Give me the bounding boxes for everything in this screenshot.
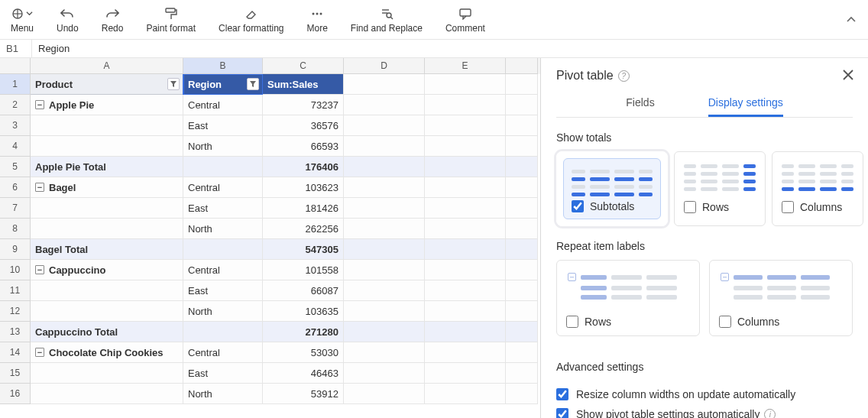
cell[interactable]: 103635 [263, 301, 344, 322]
cell[interactable]: North [183, 136, 263, 157]
cell[interactable]: 73237 [263, 95, 344, 115]
cell[interactable] [506, 363, 538, 384]
row-header[interactable]: 13 [0, 322, 31, 342]
cell[interactable] [506, 280, 538, 301]
cell[interactable] [183, 322, 263, 342]
totals-option-rows[interactable]: Rows [674, 151, 766, 226]
col-header-a[interactable]: A [31, 58, 183, 74]
cell[interactable] [31, 198, 183, 219]
cell[interactable] [344, 219, 425, 239]
row-header[interactable]: 10 [0, 260, 31, 280]
more-button[interactable]: More [306, 6, 327, 34]
cell[interactable] [425, 280, 506, 301]
cell[interactable]: −Chocolate Chip Cookies [31, 342, 183, 363]
cell[interactable]: 46463 [263, 363, 344, 384]
col-header-f[interactable] [506, 58, 538, 74]
grid-body[interactable]: 1 Product Region Sum:Sales 2 −Apple Pie … [0, 74, 540, 418]
cell[interactable] [31, 115, 183, 136]
info-icon[interactable]: ? [618, 70, 630, 82]
cell[interactable]: 53030 [263, 342, 344, 363]
cell[interactable] [506, 157, 538, 177]
cell[interactable] [344, 95, 425, 115]
cell[interactable] [506, 198, 538, 219]
row-header[interactable]: 16 [0, 384, 31, 404]
cell[interactable] [425, 95, 506, 115]
row-header[interactable]: 9 [0, 239, 31, 260]
cell[interactable] [344, 198, 425, 219]
tab-fields[interactable]: Fields [626, 90, 654, 117]
cell[interactable]: Product [31, 74, 183, 95]
row-header[interactable]: 14 [0, 342, 31, 363]
cell[interactable] [344, 301, 425, 322]
cell[interactable] [425, 342, 506, 363]
cell[interactable] [506, 219, 538, 239]
cell[interactable]: Sum:Sales [263, 74, 344, 95]
repeat-columns-checkbox[interactable] [719, 316, 731, 328]
cell[interactable] [425, 301, 506, 322]
totals-option-subtotals[interactable]: Subtotals [556, 151, 668, 226]
cell[interactable]: East [183, 280, 263, 301]
cell[interactable]: 66593 [263, 136, 344, 157]
col-header-b[interactable]: B [183, 58, 263, 74]
row-header[interactable]: 1 [0, 74, 31, 95]
undo-button[interactable]: Undo [57, 6, 79, 34]
cell[interactable] [506, 136, 538, 157]
cell[interactable] [425, 219, 506, 239]
cell[interactable]: North [183, 384, 263, 404]
cell[interactable]: 53912 [263, 384, 344, 404]
cell[interactable] [506, 115, 538, 136]
menu-button[interactable]: Menu [11, 6, 34, 34]
cell[interactable] [31, 363, 183, 384]
cell[interactable] [425, 198, 506, 219]
row-header[interactable]: 4 [0, 136, 31, 157]
find-replace-button[interactable]: Find and Replace [351, 6, 423, 34]
col-header-c[interactable]: C [263, 58, 344, 74]
cell[interactable] [344, 74, 425, 95]
redo-button[interactable]: Redo [102, 6, 124, 34]
col-header-d[interactable]: D [344, 58, 425, 74]
clear-formatting-button[interactable]: Clear formatting [219, 6, 283, 34]
cell[interactable]: 271280 [263, 322, 344, 342]
row-header[interactable]: 7 [0, 198, 31, 219]
cell[interactable]: −Apple Pie [31, 95, 183, 115]
filter-icon[interactable] [247, 78, 259, 90]
row-header[interactable]: 8 [0, 219, 31, 239]
cell[interactable] [506, 74, 538, 95]
cell[interactable] [506, 342, 538, 363]
cell-reference[interactable]: B1 [0, 40, 32, 57]
cell[interactable] [344, 280, 425, 301]
paint-format-button[interactable]: Paint format [146, 6, 196, 34]
cell[interactable]: 101558 [263, 260, 344, 280]
cell[interactable] [31, 280, 183, 301]
cell[interactable] [344, 260, 425, 280]
cell[interactable] [425, 363, 506, 384]
cell[interactable]: Region [183, 74, 263, 95]
cell[interactable] [31, 384, 183, 404]
cell[interactable] [506, 301, 538, 322]
filter-icon[interactable] [167, 78, 180, 90]
cell[interactable] [425, 157, 506, 177]
repeat-rows-checkbox[interactable] [566, 316, 578, 328]
cell[interactable] [425, 74, 506, 95]
cell[interactable] [425, 322, 506, 342]
collapse-icon[interactable]: − [35, 265, 44, 274]
cell[interactable] [344, 384, 425, 404]
cell[interactable]: 262256 [263, 219, 344, 239]
cell[interactable] [183, 157, 263, 177]
cell[interactable] [344, 239, 425, 260]
collapse-icon[interactable]: − [35, 348, 44, 357]
cell[interactable]: Central [183, 342, 263, 363]
resize-columns-checkbox[interactable] [556, 388, 568, 400]
cell[interactable] [425, 239, 506, 260]
row-header[interactable]: 15 [0, 363, 31, 384]
cell[interactable] [506, 260, 538, 280]
cell[interactable]: East [183, 115, 263, 136]
cell[interactable] [425, 260, 506, 280]
collapse-icon[interactable]: − [35, 183, 44, 192]
repeat-option-columns[interactable]: Columns [709, 260, 853, 336]
cell[interactable] [31, 136, 183, 157]
cell[interactable]: Apple Pie Total [31, 157, 183, 177]
cell[interactable]: 103623 [263, 177, 344, 198]
cell[interactable] [506, 177, 538, 198]
cell[interactable] [506, 95, 538, 115]
